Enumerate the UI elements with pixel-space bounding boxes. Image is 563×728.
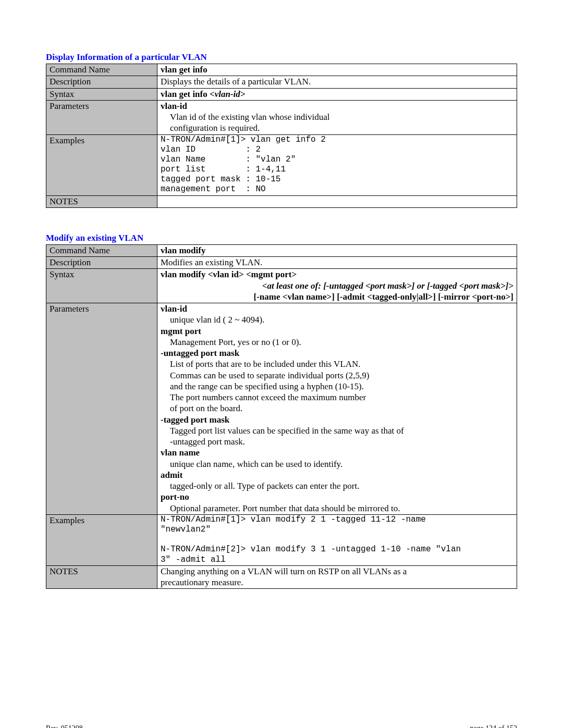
table-row: NOTES <box>46 195 517 207</box>
param-name: port-no <box>161 492 189 502</box>
value-description: Modifies an existing VLAN. <box>157 257 517 269</box>
syntax-line: <at least one of: [-untagged <port mask>… <box>262 281 513 291</box>
label-parameters: Parameters <box>46 303 157 515</box>
value-parameters: vlan-id Vlan id of the existing vlan who… <box>157 100 517 134</box>
param-name: vlan-id <box>161 304 187 314</box>
value-examples: N-TRON/Admin#[1]> vlan get info 2 vlan I… <box>157 134 517 195</box>
value-parameters: vlan-id unique vlan id ( 2 ~ 4094). mgmt… <box>157 303 517 515</box>
label-description: Description <box>46 76 157 88</box>
param-desc: and the range can be specified using a h… <box>161 381 513 392</box>
param-desc: Management Port, yes or no (1 or 0). <box>161 337 513 348</box>
label-syntax: Syntax <box>46 88 157 100</box>
param-desc: Optional parameter. Port number that dat… <box>161 503 513 514</box>
label-examples: Examples <box>46 134 157 195</box>
param-name: vlan-id <box>161 101 187 111</box>
table-row: NOTES Changing anything on a VLAN will t… <box>46 565 517 589</box>
section-title-1: Display Information of a particular VLAN <box>46 52 517 63</box>
section-title-2: Modify an existing VLAN <box>46 233 517 243</box>
param-name: -tagged port mask <box>161 415 229 425</box>
syntax-line: [-name <vlan name>] [-admit <tagged-only… <box>254 292 513 302</box>
notes-line: Changing anything on a VLAN will turn on… <box>161 566 513 577</box>
syntax-line: vlan modify <vlan id> <mgmt port> <box>161 269 513 280</box>
table-row: Command Name vlan get info <box>46 64 517 76</box>
table-vlan-get-info: Command Name vlan get info Description D… <box>46 64 517 208</box>
table-row: Syntax vlan get info <vlan-id> <box>46 88 517 100</box>
example-code: N-TRON/Admin#[1]> vlan get info 2 vlan I… <box>161 135 513 195</box>
value-command-name: vlan modify <box>157 244 517 256</box>
label-notes: NOTES <box>46 565 157 589</box>
syntax-bold: vlan get info <box>161 89 210 99</box>
table-row: Description Displays the details of a pa… <box>46 76 517 88</box>
param-name: vlan name <box>161 448 200 458</box>
param-desc: of port on the board. <box>161 403 513 414</box>
example-code: N-TRON/Admin#[1]> vlan modify 2 1 -tagge… <box>161 515 513 565</box>
table-row: Examples N-TRON/Admin#[1]> vlan modify 2… <box>46 514 517 565</box>
page-footer: Rev. 051208 page 124 of 152 <box>46 724 517 728</box>
param-desc: configuration is required. <box>161 122 513 133</box>
param-desc: tagged-only or all. Type of packets can … <box>161 480 513 491</box>
label-command-name: Command Name <box>46 244 157 256</box>
param-desc: unique clan name, which can be used to i… <box>161 459 513 470</box>
value-notes <box>157 195 517 207</box>
label-parameters: Parameters <box>46 100 157 134</box>
value-examples: N-TRON/Admin#[1]> vlan modify 2 1 -tagge… <box>157 514 517 565</box>
label-syntax: Syntax <box>46 269 157 303</box>
value-syntax: vlan modify <vlan id> <mgmt port> <at le… <box>157 269 517 303</box>
table-row: Command Name vlan modify <box>46 244 517 256</box>
value-syntax: vlan get info <vlan-id> <box>157 88 517 100</box>
notes-line: precautionary measure. <box>161 577 513 588</box>
command-name-text: vlan get info <box>161 65 207 75</box>
param-desc: -untagged port mask. <box>161 436 513 447</box>
label-examples: Examples <box>46 514 157 565</box>
command-name-text: vlan modify <box>161 245 205 255</box>
param-desc: Vlan id of the existing vlan whose indiv… <box>161 112 513 122</box>
syntax-italic: <vlan-id> <box>210 89 245 99</box>
table-row: Examples N-TRON/Admin#[1]> vlan get info… <box>46 134 517 195</box>
table-row: Parameters vlan-id Vlan id of the existi… <box>46 100 517 134</box>
value-notes: Changing anything on a VLAN will turn on… <box>157 565 517 589</box>
value-description: Displays the details of a particular VLA… <box>157 76 517 88</box>
label-description: Description <box>46 257 157 269</box>
param-desc: Commas can be used to separate individua… <box>161 370 513 381</box>
table-row: Description Modifies an existing VLAN. <box>46 257 517 269</box>
param-name: mgmt port <box>161 326 201 336</box>
label-notes: NOTES <box>46 195 157 207</box>
table-row: Parameters vlan-id unique vlan id ( 2 ~ … <box>46 303 517 515</box>
param-desc: List of ports that are to be included un… <box>161 359 513 369</box>
value-command-name: vlan get info <box>157 64 517 76</box>
param-desc: unique vlan id ( 2 ~ 4094). <box>161 314 513 325</box>
param-name: admit <box>161 470 183 480</box>
param-name: -untagged port mask <box>161 348 239 358</box>
param-desc: Tagged port list values can be specified… <box>161 425 513 436</box>
table-vlan-modify: Command Name vlan modify Description Mod… <box>46 244 517 589</box>
label-command-name: Command Name <box>46 64 157 76</box>
footer-rev: Rev. 051208 <box>46 724 83 728</box>
table-row: Syntax vlan modify <vlan id> <mgmt port>… <box>46 269 517 303</box>
footer-page: page 124 of 152 <box>470 724 517 728</box>
param-desc: The port numbers cannot exceed the maxim… <box>161 392 513 403</box>
